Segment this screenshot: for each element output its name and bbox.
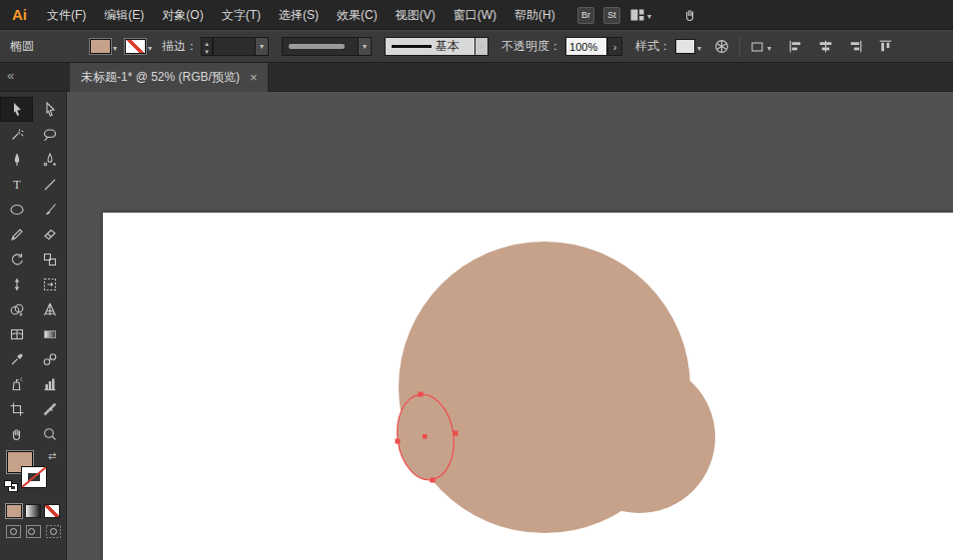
perspective-grid-tool[interactable] xyxy=(33,296,66,321)
divider xyxy=(739,37,740,57)
perspective-grid-icon xyxy=(42,301,58,317)
rotate-tool[interactable] xyxy=(0,247,33,272)
symbol-sprayer-icon xyxy=(9,376,25,392)
canvas-area[interactable] xyxy=(67,92,953,560)
pencil-icon xyxy=(9,227,25,243)
collapse-tools-button[interactable]: « xyxy=(7,68,14,83)
curvature-icon xyxy=(42,152,58,168)
stroke-weight-select[interactable] xyxy=(213,37,269,56)
align-left-button[interactable] xyxy=(787,38,804,55)
gradient-tool[interactable] xyxy=(33,321,66,346)
eraser-tool[interactable] xyxy=(33,222,66,247)
selection-tool[interactable] xyxy=(0,97,33,122)
tool-grid: T xyxy=(0,92,66,446)
artboard-tool[interactable] xyxy=(0,396,33,421)
touch-workspace-button[interactable] xyxy=(682,7,698,23)
hand-tool[interactable] xyxy=(0,421,33,446)
chevron-down-icon xyxy=(647,8,651,22)
opacity-options-button[interactable]: › xyxy=(607,37,622,56)
align-center-button[interactable] xyxy=(817,38,834,55)
slice-icon xyxy=(42,401,58,417)
fill-color-chip xyxy=(90,39,111,54)
menu-item-window[interactable]: 窗口(W) xyxy=(445,0,505,30)
chevron-down-icon xyxy=(475,38,487,55)
menu-item-effect[interactable]: 效果(C) xyxy=(328,0,387,30)
close-tab-icon[interactable]: × xyxy=(250,70,258,85)
menu-item-select[interactable]: 选择(S) xyxy=(270,0,328,30)
line-segment-icon xyxy=(42,177,58,193)
align-right-button[interactable] xyxy=(847,38,864,55)
shape-properties-button[interactable] xyxy=(749,39,771,55)
lasso-icon xyxy=(42,127,58,143)
anchor-point-left[interactable] xyxy=(396,439,401,444)
paintbrush-tool[interactable] xyxy=(33,197,66,222)
scale-tool[interactable] xyxy=(33,247,66,272)
align-top-button[interactable] xyxy=(877,38,894,55)
color-mode-button[interactable] xyxy=(6,504,22,518)
fill-color-control[interactable] xyxy=(90,39,117,54)
symbol-sprayer-tool[interactable] xyxy=(0,371,33,396)
selection-icon xyxy=(9,102,25,118)
blend-tool[interactable] xyxy=(33,346,66,371)
menu-item-help[interactable]: 帮助(H) xyxy=(505,0,564,30)
mesh-tool[interactable] xyxy=(0,321,33,346)
anchor-point-right[interactable] xyxy=(454,431,459,436)
document-tab[interactable]: 未标题-1* @ 52% (RGB/预览) × xyxy=(70,63,269,92)
zoom-tool[interactable] xyxy=(33,421,66,446)
column-graph-tool[interactable] xyxy=(33,371,66,396)
opacity-label: 不透明度： xyxy=(501,38,561,55)
anchor-point-top[interactable] xyxy=(419,392,424,397)
width-profile-preview xyxy=(289,44,345,49)
menu-item-view[interactable]: 视图(V) xyxy=(387,0,445,30)
width-profile-select[interactable] xyxy=(282,37,372,56)
stroke-color-control[interactable] xyxy=(125,39,152,54)
menu-item-file[interactable]: 文件(F) xyxy=(38,0,95,30)
zoom-icon xyxy=(42,426,58,442)
recolor-artwork-icon[interactable] xyxy=(713,38,730,55)
workspace-switcher[interactable] xyxy=(629,7,651,23)
draw-inside-icon[interactable] xyxy=(46,525,61,538)
gradient-mode-button[interactable] xyxy=(25,504,41,518)
eyedropper-tool[interactable] xyxy=(0,346,33,371)
free-transform-tool[interactable] xyxy=(33,272,66,296)
line-segment-tool[interactable] xyxy=(33,172,66,197)
blob-shape[interactable] xyxy=(399,242,715,533)
swap-fill-stroke-icon[interactable]: ⇄ xyxy=(48,450,56,461)
anchor-point-bottom[interactable] xyxy=(431,478,436,483)
eraser-icon xyxy=(42,227,58,243)
active-tool-label: 椭圆 xyxy=(10,38,34,55)
fill-stroke-indicator: ⇄ xyxy=(0,449,66,499)
type-tool[interactable]: T xyxy=(0,172,33,197)
ellipse-tool[interactable] xyxy=(0,197,33,222)
shape-builder-tool[interactable] xyxy=(0,296,33,321)
center-point[interactable] xyxy=(423,434,428,439)
width-tool[interactable] xyxy=(0,272,33,296)
pen-tool[interactable] xyxy=(0,147,33,172)
default-fill-stroke-icon[interactable] xyxy=(4,480,19,493)
align-right-icon xyxy=(847,38,864,55)
menu-item-type[interactable]: 文字(T) xyxy=(213,0,270,30)
stroke-weight-stepper[interactable] xyxy=(201,37,213,56)
menu-item-object[interactable]: 对象(O) xyxy=(153,0,212,30)
opacity-input[interactable] xyxy=(565,37,607,56)
lasso-tool[interactable] xyxy=(33,122,66,147)
menu-item-edit[interactable]: 编辑(E) xyxy=(95,0,153,30)
align-center-icon xyxy=(817,38,834,55)
brush-definition-select[interactable]: 基本 xyxy=(385,37,488,56)
bridge-button[interactable]: Br xyxy=(577,7,594,24)
chevron-down-icon xyxy=(148,40,152,54)
curvature-tool[interactable] xyxy=(33,147,66,172)
none-mode-button[interactable] xyxy=(44,504,60,518)
draw-behind-icon[interactable] xyxy=(26,525,41,538)
style-swatch-control[interactable] xyxy=(675,39,701,54)
align-left-icon xyxy=(787,38,804,55)
hand-gesture-icon xyxy=(682,7,698,23)
stroke-proxy-swatch[interactable] xyxy=(21,466,47,488)
width-icon xyxy=(9,277,25,292)
stock-button[interactable]: St xyxy=(603,7,620,24)
slice-tool[interactable] xyxy=(33,396,66,421)
draw-normal-icon[interactable] xyxy=(6,525,21,538)
pencil-tool[interactable] xyxy=(0,222,33,247)
magic-wand-tool[interactable] xyxy=(0,122,33,147)
direct-selection-tool[interactable] xyxy=(33,97,66,122)
